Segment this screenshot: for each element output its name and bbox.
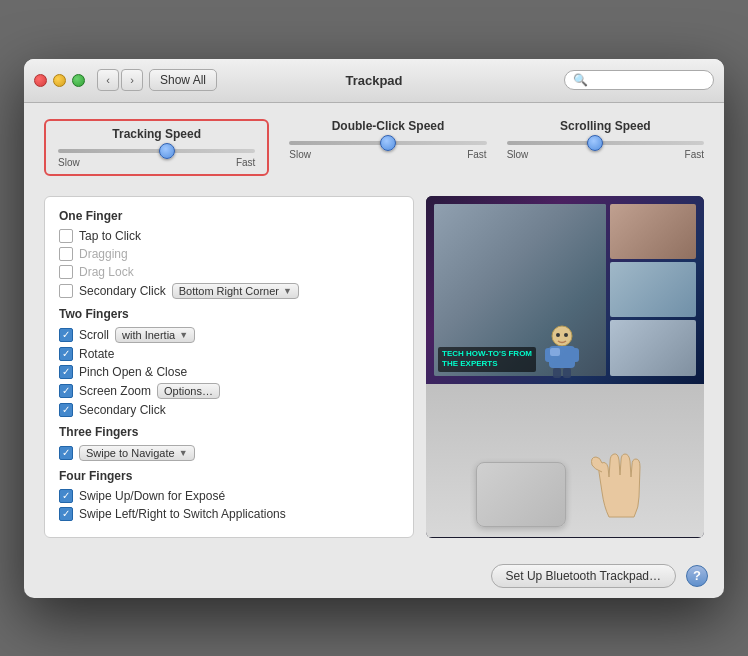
scroll-label: Scroll — [79, 328, 109, 342]
double-click-label: Double-Click Speed — [332, 119, 445, 133]
swipe-navigate-arrow: ▼ — [179, 448, 188, 458]
scrolling-fast-label: Fast — [685, 149, 704, 160]
secondary-click-one-checkbox[interactable] — [59, 284, 73, 298]
traffic-lights — [34, 74, 85, 87]
close-button[interactable] — [34, 74, 47, 87]
swipe-apps-checkbox[interactable] — [59, 507, 73, 521]
secondary-click-two-checkbox[interactable] — [59, 403, 73, 417]
drag-lock-label: Drag Lock — [79, 265, 134, 279]
scrolling-speed-track[interactable] — [507, 141, 704, 145]
preview-side-photos — [610, 204, 696, 376]
search-icon: 🔍 — [573, 73, 588, 87]
forward-button[interactable]: › — [121, 69, 143, 91]
preview-mascot-icon — [537, 324, 587, 379]
swipe-apps-row[interactable]: Swipe Left/Right to Switch Applications — [59, 507, 399, 521]
four-fingers-header: Four Fingers — [59, 469, 399, 483]
bottom-bar: Set Up Bluetooth Trackpad… ? — [24, 554, 724, 598]
swipe-navigate-dropdown[interactable]: Swipe to Navigate ▼ — [79, 445, 195, 461]
scroll-dropdown-label: with Inertia — [122, 329, 175, 341]
secondary-click-dropdown-arrow: ▼ — [283, 286, 292, 296]
search-input[interactable] — [592, 73, 705, 87]
content-area: Tracking Speed Slow Fast Double-Click Sp… — [24, 103, 724, 554]
screen-zoom-row[interactable]: Screen Zoom Options… — [59, 383, 399, 399]
secondary-click-one-label: Secondary Click — [79, 284, 166, 298]
minimize-button[interactable] — [53, 74, 66, 87]
double-click-track[interactable] — [289, 141, 486, 145]
scrolling-speed-range: Slow Fast — [507, 149, 704, 160]
show-all-button[interactable]: Show All — [149, 69, 217, 91]
screen-zoom-checkbox[interactable] — [59, 384, 73, 398]
preview-bottom — [426, 384, 704, 538]
swipe-navigate-dropdown-label: Swipe to Navigate — [86, 447, 175, 459]
screen-zoom-dropdown-label: Options… — [164, 385, 213, 397]
dragging-row: Dragging — [59, 247, 399, 261]
swipe-expose-label: Swipe Up/Down for Exposé — [79, 489, 225, 503]
swipe-expose-row[interactable]: Swipe Up/Down for Exposé — [59, 489, 399, 503]
secondary-click-dropdown[interactable]: Bottom Right Corner ▼ — [172, 283, 299, 299]
svg-rect-5 — [563, 368, 571, 378]
scrolling-speed-label: Scrolling Speed — [560, 119, 651, 133]
titlebar: ‹ › Show All Trackpad 🔍 — [24, 59, 724, 103]
preview-image: TECH HOW-TO'S FROM THE EXPERTS — [426, 196, 704, 538]
tracking-speed-label: Tracking Speed — [112, 127, 201, 141]
tap-to-click-checkbox[interactable] — [59, 229, 73, 243]
preview-top: TECH HOW-TO'S FROM THE EXPERTS — [426, 196, 704, 384]
scrolling-slow-label: Slow — [507, 149, 529, 160]
pinch-row[interactable]: Pinch Open & Close — [59, 365, 399, 379]
secondary-click-two-row[interactable]: Secondary Click — [59, 403, 399, 417]
double-click-slow-label: Slow — [289, 149, 311, 160]
search-box[interactable]: 🔍 — [564, 70, 714, 90]
screen-zoom-label: Screen Zoom — [79, 384, 151, 398]
scrolling-speed-group: Scrolling Speed Slow Fast — [507, 119, 704, 176]
tracking-slow-label: Slow — [58, 157, 80, 168]
screen-zoom-dropdown[interactable]: Options… — [157, 383, 220, 399]
preview-side-photo-3 — [610, 320, 696, 375]
dragging-label: Dragging — [79, 247, 128, 261]
tracking-speed-track[interactable] — [58, 149, 255, 153]
overlay-line2: THE EXPERTS — [442, 359, 532, 369]
overlay-line1: TECH HOW-TO'S FROM — [442, 349, 532, 359]
swipe-expose-checkbox[interactable] — [59, 489, 73, 503]
tracking-speed-range: Slow Fast — [58, 157, 255, 168]
drag-lock-row: Drag Lock — [59, 265, 399, 279]
window-title: Trackpad — [345, 73, 402, 88]
tracking-speed-thumb[interactable] — [159, 143, 175, 159]
back-button[interactable]: ‹ — [97, 69, 119, 91]
svg-rect-8 — [550, 348, 560, 356]
help-button[interactable]: ? — [686, 565, 708, 587]
pinch-label: Pinch Open & Close — [79, 365, 187, 379]
tap-to-click-row[interactable]: Tap to Click — [59, 229, 399, 243]
dragging-checkbox — [59, 247, 73, 261]
three-fingers-header: Three Fingers — [59, 425, 399, 439]
double-click-thumb[interactable] — [380, 135, 396, 151]
svg-point-7 — [564, 333, 568, 337]
scroll-row[interactable]: Scroll with Inertia ▼ — [59, 327, 399, 343]
scroll-dropdown[interactable]: with Inertia ▼ — [115, 327, 195, 343]
secondary-click-one-row[interactable]: Secondary Click Bottom Right Corner ▼ — [59, 283, 399, 299]
nav-buttons: ‹ › — [97, 69, 143, 91]
double-click-fast-label: Fast — [467, 149, 486, 160]
rotate-row[interactable]: Rotate — [59, 347, 399, 361]
swipe-navigate-row[interactable]: Swipe to Navigate ▼ — [59, 445, 399, 461]
trackpad-hand-area — [466, 384, 664, 538]
main-panel: One Finger Tap to Click Dragging Drag Lo… — [44, 196, 704, 538]
rotate-checkbox[interactable] — [59, 347, 73, 361]
tracking-fast-label: Fast — [236, 157, 255, 168]
drag-lock-checkbox — [59, 265, 73, 279]
bluetooth-trackpad-button[interactable]: Set Up Bluetooth Trackpad… — [491, 564, 676, 588]
svg-point-6 — [556, 333, 560, 337]
scroll-checkbox[interactable] — [59, 328, 73, 342]
preview-panel: TECH HOW-TO'S FROM THE EXPERTS — [426, 196, 704, 538]
tap-to-click-label: Tap to Click — [79, 229, 141, 243]
window: ‹ › Show All Trackpad 🔍 Tracking Speed S… — [24, 59, 724, 598]
double-click-speed-group: Double-Click Speed Slow Fast — [289, 119, 486, 176]
scrolling-speed-thumb[interactable] — [587, 135, 603, 151]
secondary-click-dropdown-label: Bottom Right Corner — [179, 285, 279, 297]
one-finger-header: One Finger — [59, 209, 399, 223]
swipe-navigate-checkbox[interactable] — [59, 446, 73, 460]
maximize-button[interactable] — [72, 74, 85, 87]
pinch-checkbox[interactable] — [59, 365, 73, 379]
svg-rect-3 — [571, 348, 579, 362]
trackpad-device — [476, 462, 566, 527]
sliders-row: Tracking Speed Slow Fast Double-Click Sp… — [44, 119, 704, 176]
